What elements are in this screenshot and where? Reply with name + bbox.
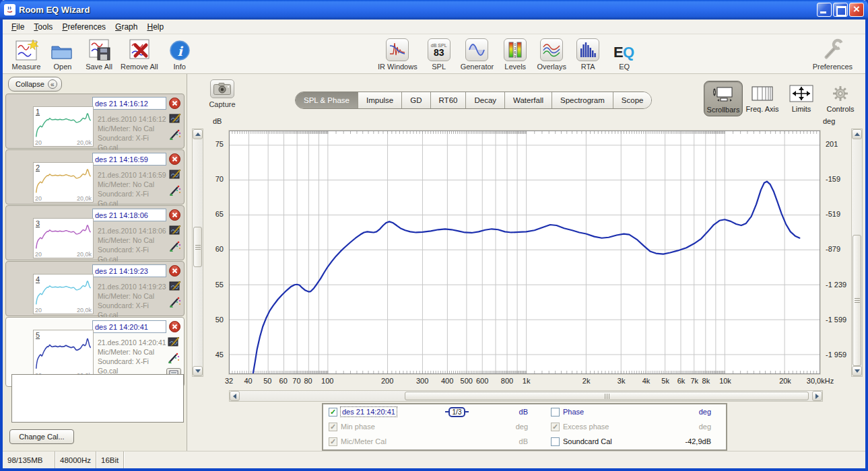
edit-trace-icon[interactable] [169, 168, 181, 182]
excess-phase-checkbox [551, 423, 560, 431]
delete-measurement-button[interactable] [169, 153, 180, 165]
edit-trace-icon[interactable] [168, 336, 180, 349]
measurement-thumbnail[interactable]: 1 20 20,0k [33, 106, 94, 147]
trace-wand-icon[interactable] [168, 352, 180, 365]
measurement-thumbnail[interactable]: 3 20 20,0k [33, 218, 94, 258]
trace-name-label[interactable]: des 21 14:20:41 [341, 407, 397, 416]
soundcard-cal-label[interactable]: Soundcard Cal [563, 437, 646, 445]
measurement-title-input[interactable] [92, 209, 166, 221]
ir-windows-button[interactable]: IR Windows [378, 37, 418, 71]
controls-button[interactable]: Controls [821, 81, 860, 115]
y-axis-left-title: dB [213, 117, 222, 125]
minimize-button[interactable] [817, 3, 832, 17]
remove-all-button[interactable]: Remove All [121, 37, 158, 71]
delete-measurement-button[interactable] [169, 321, 180, 332]
collapse-sidebar-button[interactable]: Collapse « [8, 77, 62, 92]
measurement-thumbnail[interactable]: 2 20 20,0k [33, 162, 94, 203]
menu-help[interactable]: Help [142, 20, 168, 34]
freq-axis-icon [751, 83, 774, 104]
tab-rt60[interactable]: RT60 [431, 92, 467, 108]
close-button[interactable] [849, 3, 864, 17]
min-phase-label: Min phase [341, 423, 425, 431]
trace-wand-icon[interactable] [169, 184, 181, 198]
scroll-up-button[interactable] [193, 129, 203, 139]
levels-button[interactable]: 0369 Levels [500, 37, 530, 71]
tab-gd[interactable]: GD [402, 92, 430, 108]
scroll-down-button[interactable] [852, 366, 862, 376]
trace-wand-icon[interactable] [169, 240, 181, 254]
menu-file[interactable]: File [7, 20, 29, 34]
measurement-title-input[interactable] [92, 97, 166, 110]
soundcard-cal-checkbox[interactable] [551, 437, 560, 446]
scroll-right-button[interactable] [812, 391, 822, 401]
generator-button[interactable]: Generator [461, 37, 494, 71]
scroll-up-button[interactable] [852, 129, 862, 139]
open-button[interactable]: Open [48, 37, 77, 71]
delete-measurement-button[interactable] [169, 265, 180, 277]
measure-button[interactable]: Measure [11, 37, 41, 71]
capture-button[interactable]: Capture [202, 79, 242, 108]
save-all-icon [86, 37, 112, 61]
measurement-thumbnail[interactable]: 5 20 20,0k [33, 330, 94, 379]
maximize-button[interactable] [833, 3, 848, 17]
title-bar[interactable]: Room EQ Wizard [0, 0, 868, 20]
graph-option-buttons: Scrollbars Freq. Axis Limits [704, 81, 860, 116]
measurement-title-input[interactable] [92, 264, 166, 277]
scrollbar-thumb[interactable] [193, 227, 202, 267]
mic-meter-cal-unit-label: dB [489, 437, 528, 445]
measurement-notes-area[interactable] [11, 374, 184, 423]
phase-label[interactable]: Phase [563, 408, 646, 416]
edit-trace-icon[interactable] [169, 224, 181, 238]
tab-scope[interactable]: Scope [613, 92, 652, 108]
tab-spectrogram[interactable]: Spectrogram [552, 92, 613, 108]
scrollbars-toggle-button[interactable]: Scrollbars [704, 81, 743, 116]
trace-wand-icon[interactable] [169, 129, 181, 142]
measurement-title-input[interactable] [92, 320, 166, 333]
measurement-row-2[interactable]: 2 20 20,0k 21.des.2010 14:16:59 Mic/Mete… [5, 149, 185, 205]
measurement-row-4[interactable]: 4 20 20,0k 21.des.2010 14:19:23 Mic/Mete… [5, 261, 185, 316]
left-axis-scrollbar[interactable] [192, 129, 203, 377]
save-all-button[interactable]: Save All [84, 37, 114, 71]
phase-checkbox[interactable] [551, 408, 560, 416]
measurement-row-1[interactable]: 1 20 20,0k 21.des.2010 14:16:12 Mic/Mete… [5, 94, 185, 149]
delete-measurement-button[interactable] [169, 98, 180, 109]
soundcard-cal-value: -42,9dB [646, 437, 721, 445]
scroll-left-button[interactable] [230, 391, 240, 401]
tab-impulse[interactable]: Impulse [358, 92, 402, 108]
measurement-title-input[interactable] [92, 153, 166, 166]
delete-measurement-button[interactable] [169, 209, 180, 221]
scrollbar-thumb[interactable] [853, 235, 861, 366]
svg-text:9: 9 [514, 55, 516, 59]
scrollbar-thumb[interactable] [405, 392, 809, 400]
tab-waterfall[interactable]: Waterfall [505, 92, 552, 108]
smoothing-badge[interactable]: 1/3 [445, 407, 469, 417]
spl-meter-button[interactable]: dB SPL 83 SPL [424, 37, 454, 71]
measurement-trace-checkbox[interactable] [329, 408, 337, 416]
measurement-thumbnail[interactable]: 4 20 20,0k [33, 274, 94, 314]
change-cal-button[interactable]: Change Cal... [9, 429, 74, 444]
preferences-button[interactable]: Preferences [813, 37, 853, 71]
eq-button[interactable]: EQ EQ [609, 37, 639, 71]
rta-button[interactable]: RTA [573, 37, 603, 71]
rta-icon [576, 38, 599, 61]
mic-meter-cal-checkbox [329, 437, 337, 446]
overlays-button[interactable]: Overlays [537, 37, 566, 71]
edit-trace-icon[interactable] [169, 112, 181, 126]
frequency-scrollbar[interactable] [229, 390, 823, 402]
freq-axis-button[interactable]: Freq. Axis [743, 81, 782, 115]
spl-phase-chart[interactable] [229, 131, 820, 374]
scroll-down-button[interactable] [193, 366, 203, 376]
gear-icon [832, 83, 849, 104]
scrollbars-icon [712, 84, 735, 104]
info-button[interactable]: i Info [165, 37, 195, 71]
trace-wand-icon[interactable] [169, 296, 181, 310]
tab-decay[interactable]: Decay [466, 92, 505, 108]
menu-graph[interactable]: Graph [110, 20, 142, 34]
tab-spl-phase[interactable]: SPL & Phase [296, 92, 358, 108]
edit-trace-icon[interactable] [169, 280, 181, 293]
menu-tools[interactable]: Tools [29, 20, 57, 34]
menu-preferences[interactable]: Preferences [57, 20, 110, 34]
measurement-soundcard-cal: Soundcard: X-Fi Go.cal [98, 357, 169, 375]
limits-button[interactable]: Limits [782, 81, 821, 115]
measurement-row-3[interactable]: 3 20 20,0k 21.des.2010 14:18:06 Mic/Mete… [5, 205, 185, 260]
